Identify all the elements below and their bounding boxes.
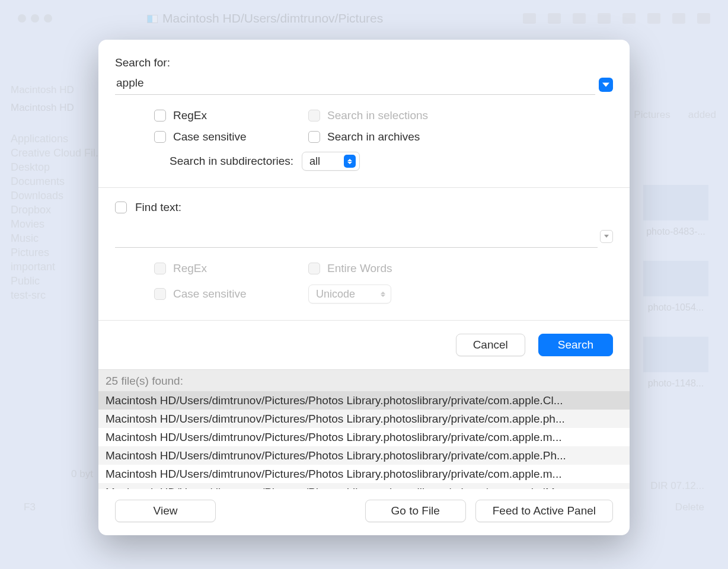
checkbox-icon <box>308 263 320 274</box>
results-count: 25 file(s) found: <box>98 370 630 391</box>
checkbox-icon <box>154 110 166 122</box>
divider <box>98 187 630 188</box>
search-history-button[interactable] <box>599 78 613 92</box>
search-archives-option[interactable]: Search in archives <box>308 130 498 143</box>
text-case-option: Case sensitive <box>154 284 308 303</box>
search-selections-label: Search in selections <box>327 109 428 122</box>
find-text-history-button[interactable] <box>600 230 613 243</box>
search-dialog: Search for: RegEx Search in selections C… <box>98 40 630 535</box>
goto-file-button[interactable]: Go to File <box>365 500 466 522</box>
text-case-label: Case sensitive <box>173 287 247 301</box>
chevron-down-icon <box>602 81 609 88</box>
entire-words-option: Entire Words <box>308 262 498 275</box>
result-row[interactable]: Macintosh HD/Users/dimtrunov/Pictures/Ph… <box>98 483 630 489</box>
stepper-icon <box>344 155 356 168</box>
feed-to-panel-button[interactable]: Feed to Active Panel <box>475 500 613 522</box>
find-text-label: Find text: <box>135 201 181 214</box>
search-for-label: Search for: <box>115 56 613 69</box>
results-panel: 25 file(s) found: Macintosh HD/Users/dim… <box>98 369 630 489</box>
result-row[interactable]: Macintosh HD/Users/dimtrunov/Pictures/Ph… <box>98 428 630 446</box>
subdir-select[interactable]: all <box>302 152 360 171</box>
case-sensitive-option[interactable]: Case sensitive <box>154 130 308 143</box>
search-input[interactable] <box>115 74 595 95</box>
encoding-value: Unicode <box>316 288 355 301</box>
checkbox-icon <box>308 131 320 143</box>
archives-label: Search in archives <box>327 130 420 143</box>
stepper-icon <box>379 287 387 301</box>
entire-words-label: Entire Words <box>327 262 392 275</box>
subdir-label: Search in subdirectories: <box>170 155 293 168</box>
checkbox-icon <box>154 263 166 274</box>
encoding-select: Unicode <box>308 284 391 303</box>
case-label: Case sensitive <box>173 130 247 143</box>
result-row[interactable]: Macintosh HD/Users/dimtrunov/Pictures/Ph… <box>98 410 630 428</box>
find-text-input[interactable] <box>115 225 598 248</box>
cancel-button[interactable]: Cancel <box>456 334 525 356</box>
chevron-down-icon <box>604 235 609 238</box>
text-regex-option: RegEx <box>154 262 308 275</box>
result-row[interactable]: Macintosh HD/Users/dimtrunov/Pictures/Ph… <box>98 446 630 465</box>
checkbox-icon <box>308 110 320 122</box>
text-regex-label: RegEx <box>173 262 207 275</box>
result-row[interactable]: Macintosh HD/Users/dimtrunov/Pictures/Ph… <box>98 391 630 410</box>
regex-label: RegEx <box>173 109 207 122</box>
find-text-checkbox[interactable] <box>115 202 127 213</box>
regex-option[interactable]: RegEx <box>154 109 308 122</box>
search-button[interactable]: Search <box>538 334 613 356</box>
search-selections-option: Search in selections <box>308 109 498 122</box>
subdir-value: all <box>309 155 320 168</box>
result-row[interactable]: Macintosh HD/Users/dimtrunov/Pictures/Ph… <box>98 465 630 483</box>
checkbox-icon <box>154 288 166 300</box>
checkbox-icon <box>154 131 166 143</box>
view-button[interactable]: View <box>115 500 216 522</box>
